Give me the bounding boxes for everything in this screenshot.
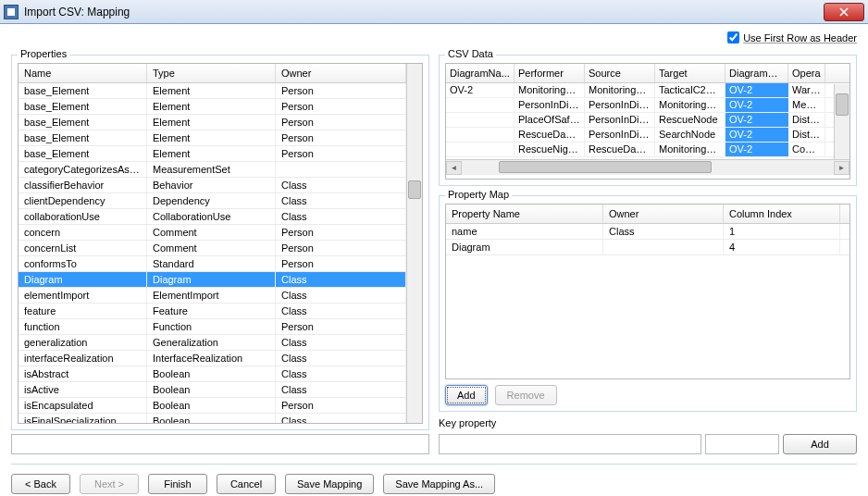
app-icon <box>4 5 19 19</box>
table-row[interactable]: base_ElementElementPerson <box>19 146 406 162</box>
table-row[interactable]: interfaceRealizationInterfaceRealization… <box>19 351 406 366</box>
window-title: Import CSV: Mapping <box>24 6 824 19</box>
table-row[interactable]: OV-2MonitoringN...MonitoringN...Tactical… <box>446 83 849 98</box>
close-button[interactable] <box>824 3 864 21</box>
table-row[interactable]: PersonInDis...PersonInDis...MonitoringN.… <box>446 98 849 113</box>
table-cell: Feature <box>147 304 276 318</box>
table-row[interactable]: isEncapsulatedBooleanPerson <box>19 398 406 414</box>
properties-col-owner[interactable]: Owner <box>276 64 406 82</box>
table-cell: isEncapsulated <box>19 398 147 413</box>
csv-table[interactable]: DiagramNa... Performer Source Target Dia… <box>445 63 850 180</box>
table-row[interactable]: isAbstractBooleanClass <box>19 366 406 382</box>
scrollbar-thumb[interactable] <box>836 93 849 116</box>
table-cell: base_Element <box>19 146 147 161</box>
next-button[interactable]: Next > <box>80 474 139 494</box>
table-cell: Person <box>276 241 406 255</box>
table-row[interactable]: base_ElementElementPerson <box>19 115 406 130</box>
back-button[interactable]: < Back <box>11 474 70 494</box>
table-cell: classifierBehavior <box>19 178 147 192</box>
table-cell: Boolean <box>147 414 276 423</box>
scroll-right-icon[interactable]: ► <box>834 161 849 175</box>
properties-col-name[interactable]: Name <box>19 64 147 82</box>
table-row[interactable]: clientDependencyDependencyClass <box>19 193 406 209</box>
csv-col-4[interactable]: DiagramO... <box>725 64 788 82</box>
table-cell: Class <box>276 193 406 208</box>
table-cell: base_Element <box>19 83 147 98</box>
csv-col-5[interactable]: Opera <box>788 64 825 82</box>
table-cell: PersonInDis... <box>585 113 655 127</box>
table-row[interactable]: generalizationGeneralizationClass <box>19 335 406 351</box>
pmap-col-index[interactable]: Column Index <box>724 205 840 223</box>
properties-table[interactable]: Name Type Owner base_ElementElementPerso… <box>19 64 406 423</box>
table-cell: PersonInDis... <box>585 98 655 112</box>
table-row[interactable]: RescueDayS...PersonInDis...SearchNodeOV-… <box>446 128 849 143</box>
table-cell: Behavior <box>147 178 276 192</box>
csv-col-2[interactable]: Source <box>585 64 655 82</box>
table-row[interactable]: categoryCategorizesAssetMeasurementSet <box>19 162 406 178</box>
table-row[interactable]: classifierBehaviorBehaviorClass <box>19 178 406 193</box>
table-row[interactable]: isFinalSpecializationBooleanClass <box>19 414 406 423</box>
table-cell <box>603 240 724 254</box>
table-cell: Person <box>276 146 406 161</box>
finish-button[interactable]: Finish <box>148 474 207 494</box>
title-bar: Import CSV: Mapping <box>0 0 868 24</box>
save-mapping-as-button[interactable]: Save Mapping As... <box>383 474 495 494</box>
table-row[interactable]: base_ElementElementPerson <box>19 99 406 115</box>
table-row[interactable]: base_ElementElementPerson <box>19 83 406 99</box>
table-row[interactable]: concernListCommentPerson <box>19 241 406 256</box>
property-map-table[interactable]: Property Name Owner Column Index nameCla… <box>445 204 850 379</box>
pmap-col-name[interactable]: Property Name <box>446 205 603 223</box>
use-first-row-as-header[interactable]: Use First Row as Header <box>727 31 857 43</box>
table-row[interactable]: isActiveBooleanClass <box>19 382 406 398</box>
table-row[interactable]: base_ElementElementPerson <box>19 130 406 146</box>
table-cell: base_Element <box>19 130 147 145</box>
table-cell: SearchNode <box>655 128 725 142</box>
properties-col-type[interactable]: Type <box>147 64 276 82</box>
key-property-input-2[interactable] <box>705 434 779 454</box>
table-cell: Diagram <box>147 272 276 287</box>
scrollbar-thumb[interactable] <box>499 161 712 173</box>
cancel-button[interactable]: Cancel <box>217 474 276 494</box>
csv-h-scrollbar[interactable]: ◄ ► <box>446 159 849 175</box>
table-cell: Comment <box>147 241 276 255</box>
table-row[interactable]: DiagramDiagramClass <box>19 272 406 288</box>
table-row[interactable]: functionFunctionPerson <box>19 319 406 335</box>
csv-col-0[interactable]: DiagramNa... <box>446 64 515 82</box>
table-cell: Person <box>276 398 406 413</box>
scrollbar-thumb[interactable] <box>408 180 421 199</box>
table-cell: TacticalC2N... <box>655 83 725 97</box>
csv-col-1[interactable]: Performer <box>515 64 585 82</box>
properties-scrollbar[interactable] <box>406 64 422 423</box>
table-cell: 4 <box>724 240 840 254</box>
table-row[interactable]: elementImportElementImportClass <box>19 288 406 304</box>
csv-v-scrollbar[interactable] <box>834 84 849 160</box>
table-cell: Class <box>276 178 406 192</box>
wizard-buttons: < Back Next > Finish Cancel Save Mapping… <box>11 464 857 494</box>
key-property-add-button[interactable]: Add <box>783 434 857 454</box>
use-first-row-checkbox[interactable] <box>727 31 739 43</box>
save-mapping-button[interactable]: Save Mapping <box>285 474 374 494</box>
table-row[interactable]: nameClass1 <box>446 224 849 240</box>
table-row[interactable]: collaborationUseCollaborationUseClass <box>19 209 406 225</box>
properties-filter-input[interactable] <box>11 434 429 454</box>
csv-col-3[interactable]: Target <box>655 64 725 82</box>
table-row[interactable]: Diagram4 <box>446 240 849 255</box>
property-map-add-button[interactable]: Add <box>445 385 488 405</box>
table-cell: Boolean <box>147 366 276 381</box>
table-cell: MeasurementSet <box>147 162 276 177</box>
table-cell: Distres <box>788 128 825 142</box>
pmap-col-owner[interactable]: Owner <box>603 205 724 223</box>
table-row[interactable]: concernCommentPerson <box>19 225 406 241</box>
table-cell: MonitoringN... <box>655 98 725 112</box>
csv-data-label: CSV Data <box>445 48 496 59</box>
key-property-input-1[interactable] <box>439 434 701 454</box>
table-cell: Comment <box>147 225 276 240</box>
table-cell: Element <box>147 130 276 145</box>
table-row[interactable]: featureFeatureClass <box>19 304 406 319</box>
scroll-left-icon[interactable]: ◄ <box>446 161 462 175</box>
property-map-remove-button[interactable]: Remove <box>495 385 557 405</box>
table-row[interactable]: conformsToStandardPerson <box>19 256 406 272</box>
table-row[interactable]: PlaceOfSafetyPersonInDis...RescueNodeOV-… <box>446 113 849 128</box>
use-first-row-label: Use First Row as Header <box>743 32 857 43</box>
table-row[interactable]: RescueNight...RescueDayS...MonitoringN..… <box>446 143 849 157</box>
